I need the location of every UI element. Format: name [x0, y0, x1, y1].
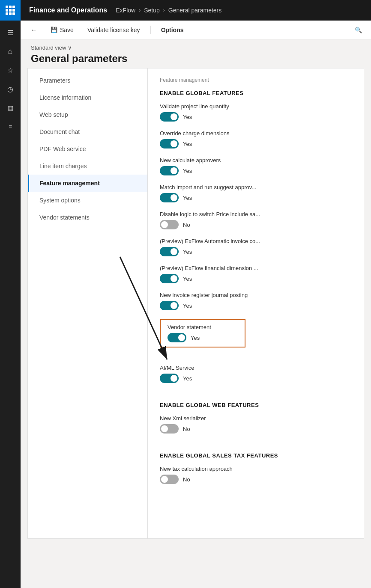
toggle-aiml-service[interactable] [160, 374, 179, 383]
page-header: Standard view ∨ General parameters [21, 39, 371, 68]
back-icon: ← [31, 27, 37, 33]
validate-license-key-button[interactable]: Validate license key [84, 25, 144, 35]
save-button[interactable]: 💾 Save [47, 25, 77, 35]
feature-row-preview-exflow-financial-dim: (Preview) ExFlow financial dimension ...… [160, 265, 352, 283]
toggle-value-validate-project-line-qty: Yes [183, 114, 192, 120]
toggle-validate-project-line-qty[interactable] [160, 112, 179, 122]
feature-label-new-invoice-register-journal: New invoice register journal posting [160, 292, 352, 298]
standard-view-dropdown[interactable]: Standard view ∨ [31, 45, 361, 51]
toggle-new-invoice-register-journal[interactable] [160, 301, 179, 310]
feature-toggle-row-preview-exflow-financial-dim: Yes [160, 274, 352, 283]
toggle-value-new-calculate-approvers: Yes [183, 168, 192, 174]
toggle-preview-exflow-financial-dim[interactable] [160, 274, 179, 283]
grid-dots [6, 6, 15, 15]
feature-row-aiml-service: AI/ML ServiceYes [160, 365, 352, 383]
nav-item-vendor-statements[interactable]: Vendor statements [28, 209, 147, 226]
breadcrumb-sep-1: › [139, 7, 141, 13]
save-disk-icon: 💾 [51, 27, 57, 33]
sidebar-icons: ☰ ⌂ ☆ ◷ ▦ ≡ [0, 21, 21, 588]
feature-row-new-invoice-register-journal: New invoice register journal postingYes [160, 292, 352, 310]
app-title: Finance and Operations [21, 6, 116, 14]
sidebar-table-icon[interactable]: ▦ [2, 99, 19, 116]
nav-item-line-item-charges[interactable]: Line item charges [28, 157, 147, 175]
page-title: General parameters [31, 53, 361, 65]
feature-row-disable-logic-switch-price: Disable logic to switch Price include sa… [160, 211, 352, 229]
sidebar-star-icon[interactable]: ☆ [2, 62, 19, 79]
feature-label-validate-project-line-qty: Validate project line quantity [160, 103, 352, 110]
sidebar-clock-icon[interactable]: ◷ [2, 80, 19, 98]
feature-toggle-row-new-invoice-register-journal: Yes [160, 301, 352, 310]
feature-label-override-charge-dimensions: Override charge dimensions [160, 130, 352, 137]
feature-toggle-row-vendor-statement: Yes [168, 333, 238, 342]
feature-label-disable-logic-switch-price: Disable logic to switch Price include sa… [160, 211, 352, 217]
feature-toggle-row-override-charge-dimensions: Yes [160, 139, 352, 148]
feature-label-vendor-statement: Vendor statement [168, 324, 238, 330]
toggle-value-match-import-run-suggest: Yes [183, 195, 192, 201]
nav-item-web-setup[interactable]: Web setup [28, 106, 147, 123]
toggle-new-calculate-approvers[interactable] [160, 166, 179, 175]
main-area: ← 💾 Save Validate license key Options 🔍 … [21, 21, 371, 588]
feature-label-new-tax-calculation-approach: New tax calculation approach [160, 466, 352, 472]
toolbar: ← 💾 Save Validate license key Options 🔍 [21, 21, 371, 39]
feature-row-match-import-run-suggest: Match import and run suggest approv...Ye… [160, 184, 352, 202]
toggle-value-new-invoice-register-journal: Yes [183, 303, 192, 309]
nav-item-system-options[interactable]: System options [28, 192, 147, 209]
section-header-enable-global-sales-tax-features: ENABLE GLOBAL SALES TAX FEATURES [160, 452, 352, 459]
toggle-value-new-tax-calculation-approach: No [183, 476, 190, 483]
feature-toggle-row-validate-project-line-qty: Yes [160, 112, 352, 122]
nav-item-pdf-web-service[interactable]: PDF Web service [28, 140, 147, 157]
toggle-value-aiml-service: Yes [183, 375, 192, 382]
breadcrumb-exflow[interactable]: ExFlow [116, 7, 135, 14]
sidebar-list-icon[interactable]: ≡ [2, 118, 19, 135]
left-nav: ParametersLicense informationWeb setupDo… [28, 68, 148, 538]
feature-label-new-calculate-approvers: New calculate approvers [160, 157, 352, 163]
toggle-match-import-run-suggest[interactable] [160, 193, 179, 202]
toggle-new-tax-calculation-approach[interactable] [160, 475, 179, 484]
toggle-new-xml-serializer[interactable] [160, 424, 179, 434]
sidebar-home-icon[interactable]: ⌂ [2, 43, 19, 60]
feature-row-new-tax-calculation-approach: New tax calculation approachNo [160, 466, 352, 484]
toggle-vendor-statement[interactable] [168, 333, 186, 342]
section-divider [160, 442, 352, 452]
toggle-value-vendor-statement: Yes [191, 335, 200, 341]
feature-label-match-import-run-suggest: Match import and run suggest approv... [160, 184, 352, 190]
feature-label-preview-exflow-financial-dim: (Preview) ExFlow financial dimension ... [160, 265, 352, 271]
breadcrumb-setup[interactable]: Setup [144, 7, 160, 14]
toggle-disable-logic-switch-price[interactable] [160, 220, 179, 229]
nav-item-feature-management[interactable]: Feature management [28, 175, 147, 192]
toggle-value-disable-logic-switch-price: No [183, 222, 190, 228]
section-header-enable-global-web-features: ENABLE GLOBAL WEB FEATURES [160, 402, 352, 408]
sidebar-hamburger-icon[interactable]: ☰ [2, 24, 19, 41]
toggle-override-charge-dimensions[interactable] [160, 139, 179, 148]
breadcrumb-sep-2: › [163, 7, 165, 13]
nav-item-document-chat[interactable]: Document chat [28, 123, 147, 140]
toggle-value-preview-exflow-auto-invoice: Yes [183, 249, 192, 255]
breadcrumb: ExFlow › Setup › General parameters [116, 7, 221, 14]
topbar: Finance and Operations ExFlow › Setup › … [0, 0, 371, 21]
toggle-value-preview-exflow-financial-dim: Yes [183, 276, 192, 282]
feature-row-new-calculate-approvers: New calculate approversYes [160, 157, 352, 175]
section-divider [160, 493, 352, 503]
content-wrapper: ParametersLicense informationWeb setupDo… [27, 68, 364, 539]
feature-toggle-row-aiml-service: Yes [160, 374, 352, 383]
feature-row-new-xml-serializer: New Xml serializerNo [160, 415, 352, 434]
nav-item-license-information[interactable]: License information [28, 89, 147, 106]
options-button[interactable]: Options [158, 25, 187, 35]
feature-toggle-row-disable-logic-switch-price: No [160, 220, 352, 229]
nav-item-parameters[interactable]: Parameters [28, 72, 147, 89]
feature-label-new-xml-serializer: New Xml serializer [160, 415, 352, 422]
search-button[interactable]: 🔍 [352, 24, 364, 36]
back-button[interactable]: ← [27, 25, 40, 35]
feature-row-preview-exflow-auto-invoice: (Preview) ExFlow Automatic invoice co...… [160, 238, 352, 256]
toggle-preview-exflow-auto-invoice[interactable] [160, 247, 179, 256]
search-icon: 🔍 [355, 27, 362, 33]
feature-toggle-row-new-xml-serializer: No [160, 424, 352, 434]
feature-row-vendor-statement: Vendor statementYes [160, 319, 352, 356]
section-divider [160, 392, 352, 402]
feature-label-preview-exflow-auto-invoice: (Preview) ExFlow Automatic invoice co... [160, 238, 352, 244]
feature-toggle-row-match-import-run-suggest: Yes [160, 193, 352, 202]
app-grid-icon[interactable] [0, 0, 21, 21]
feature-toggle-row-new-calculate-approvers: Yes [160, 166, 352, 175]
section-header-enable-global-features: ENABLE GLOBAL FEATURES [160, 90, 352, 96]
breadcrumb-general-params[interactable]: General parameters [168, 7, 222, 14]
